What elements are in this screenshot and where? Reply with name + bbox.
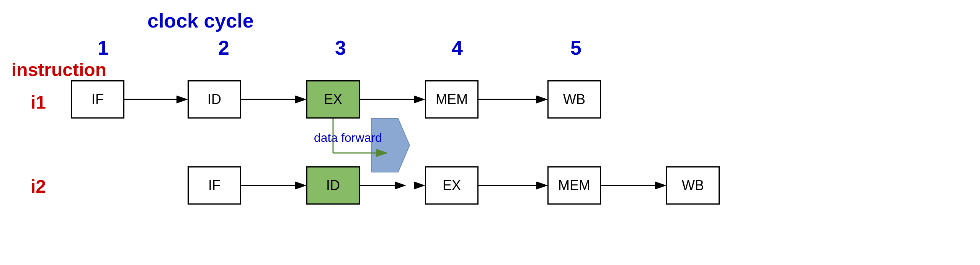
row-label-i1: i1 <box>31 92 46 113</box>
i2-ex-box: EX <box>425 166 479 205</box>
col-num-5: 5 <box>570 36 581 59</box>
col-num-3: 3 <box>335 36 346 59</box>
data-forward-shape <box>368 115 413 176</box>
svg-marker-0 <box>371 119 410 172</box>
data-forward-label: data forward <box>314 131 382 145</box>
col-num-1: 1 <box>98 36 109 59</box>
i2-id-box: ID <box>306 166 360 205</box>
col-num-2: 2 <box>218 36 229 59</box>
i1-if-box: IF <box>71 80 124 119</box>
i1-mem-box: MEM <box>425 80 479 119</box>
clock-cycle-label: clock cycle <box>147 9 254 32</box>
i1-id-box: ID <box>188 80 241 119</box>
row-label-i2: i2 <box>31 176 46 197</box>
col-num-4: 4 <box>452 36 463 59</box>
i2-if-box: IF <box>188 166 241 205</box>
instruction-label: instruction <box>11 59 106 80</box>
diagram-container: clock cycle 1 2 3 4 5 instruction i1 i2 … <box>0 0 980 265</box>
i1-ex-box: EX <box>306 80 360 119</box>
i1-wb-box: WB <box>547 80 601 119</box>
i2-wb-box: WB <box>666 166 720 205</box>
arrows-svg <box>0 0 980 265</box>
i2-mem-box: MEM <box>547 166 601 205</box>
